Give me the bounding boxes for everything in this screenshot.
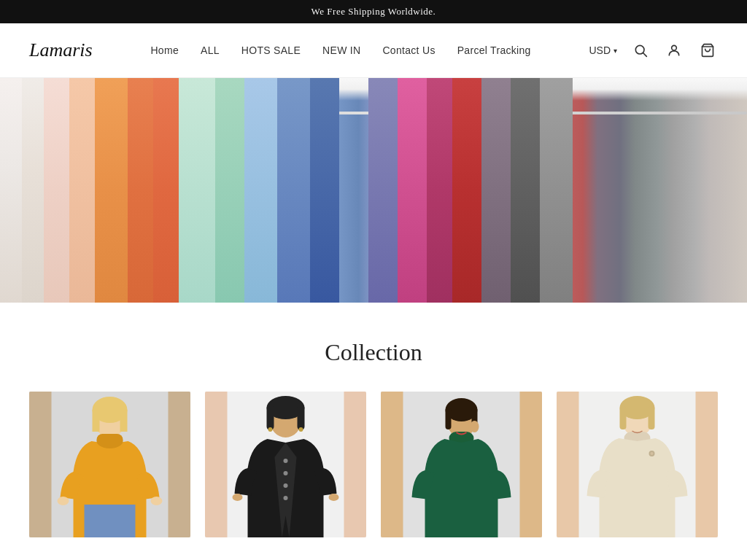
product-image-1: [29, 392, 190, 537]
svg-point-41: [651, 452, 654, 455]
hero-banner: [0, 78, 747, 303]
collection-section: Collection: [0, 303, 747, 560]
clothes-display: [0, 78, 747, 303]
product-card-1[interactable]: [29, 392, 190, 537]
nav-contact-us[interactable]: Contact Us: [382, 44, 435, 56]
svg-point-13: [151, 497, 163, 505]
svg-point-26: [299, 427, 303, 432]
search-icon: [633, 43, 648, 58]
chevron-down-icon: ▾: [614, 47, 617, 55]
collection-title: Collection: [29, 339, 718, 366]
nav-new-in[interactable]: NEW IN: [322, 44, 360, 56]
currency-selector[interactable]: USD ▾: [589, 44, 617, 56]
user-icon: [667, 43, 681, 58]
header-actions: USD ▾: [589, 40, 718, 61]
nav-parcel-tracking[interactable]: Parcel Tracking: [457, 44, 531, 56]
svg-rect-30: [446, 408, 452, 429]
svg-rect-7: [93, 410, 100, 432]
svg-rect-38: [649, 406, 655, 429]
svg-point-20: [284, 471, 288, 475]
product-image-3: [381, 392, 542, 537]
header: Lamaris Home ALL HOTS SALE NEW IN Contac…: [0, 23, 747, 78]
svg-line-1: [643, 53, 647, 57]
product-image-4: [557, 392, 718, 537]
svg-point-23: [233, 494, 243, 501]
product-figure-2: [205, 392, 366, 537]
svg-point-24: [329, 494, 339, 501]
account-button[interactable]: [664, 40, 684, 61]
svg-point-22: [284, 496, 288, 500]
nav-hots-sale[interactable]: HOTS SALE: [241, 44, 301, 56]
svg-rect-8: [120, 410, 128, 432]
svg-rect-18: [298, 405, 305, 430]
cart-button[interactable]: [697, 40, 718, 61]
search-button[interactable]: [630, 40, 651, 61]
hero-image: [0, 78, 747, 303]
svg-point-25: [268, 427, 273, 432]
svg-point-2: [672, 45, 677, 50]
svg-point-21: [284, 483, 288, 488]
svg-point-33: [471, 421, 479, 432]
svg-rect-11: [85, 505, 136, 537]
cart-icon: [700, 43, 715, 58]
product-figure-1: [29, 392, 190, 537]
product-card-2[interactable]: [205, 392, 366, 537]
product-figure-3: [381, 392, 542, 537]
announcement-bar: We Free Shipping Worldwide.: [0, 0, 747, 23]
main-nav: Home ALL HOTS SALE NEW IN Contact Us Par…: [150, 44, 530, 56]
product-card-3[interactable]: [381, 392, 542, 537]
product-card-4[interactable]: [557, 392, 718, 537]
svg-rect-37: [620, 406, 627, 429]
product-image-2: [205, 392, 366, 537]
svg-point-12: [58, 497, 69, 505]
svg-rect-10: [97, 434, 123, 446]
svg-point-19: [284, 459, 288, 463]
currency-label: USD: [589, 44, 611, 56]
nav-all[interactable]: ALL: [201, 44, 220, 56]
announcement-text: We Free Shipping Worldwide.: [311, 6, 436, 17]
collection-grid: [29, 392, 718, 537]
product-figure-4: [557, 392, 718, 537]
nav-home[interactable]: Home: [150, 44, 179, 56]
svg-rect-17: [267, 405, 274, 430]
logo[interactable]: Lamaris: [29, 39, 93, 61]
